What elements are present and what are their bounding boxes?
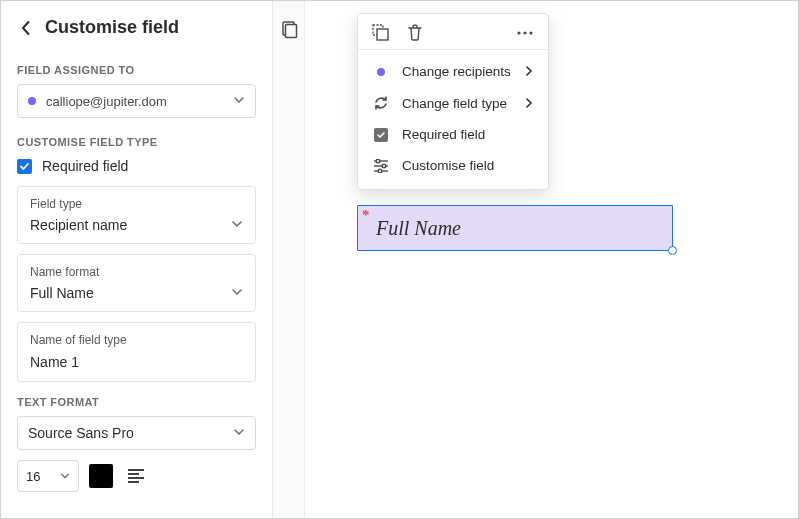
name-format-card: Name format Full Name <box>17 254 256 312</box>
customise-type-label: CUSTOMISE FIELD TYPE <box>17 136 256 148</box>
menu-label: Change recipients <box>402 64 512 79</box>
svg-point-16 <box>378 169 382 173</box>
text-format-row: 16 <box>17 460 256 492</box>
refresh-icon <box>372 95 390 111</box>
recipient-color-dot <box>28 97 36 105</box>
chevron-down-icon <box>231 217 243 233</box>
canvas-name-field[interactable]: * Full Name <box>357 205 673 251</box>
font-size-value: 16 <box>26 469 40 484</box>
field-name-input[interactable] <box>30 354 243 370</box>
app-frame: Customise field FIELD ASSIGNED TO callio… <box>0 0 799 519</box>
assignee-select[interactable]: calliope@jupiter.dom <box>17 84 256 118</box>
recipient-color-dot-icon <box>377 68 385 76</box>
pages-icon <box>280 21 298 39</box>
assigned-to-label: FIELD ASSIGNED TO <box>17 64 256 76</box>
panel-header: Customise field <box>17 17 256 38</box>
back-button[interactable] <box>17 19 35 37</box>
svg-point-12 <box>376 159 380 163</box>
chevron-down-icon <box>231 285 243 301</box>
svg-point-8 <box>517 31 520 34</box>
duplicate-icon <box>372 24 389 41</box>
sliders-icon <box>372 159 390 173</box>
resize-handle[interactable] <box>668 246 677 255</box>
svg-point-9 <box>523 31 526 34</box>
font-select[interactable]: Source Sans Pro <box>17 416 256 450</box>
field-placeholder-text: Full Name <box>376 217 461 240</box>
assignee-value: calliope@jupiter.dom <box>46 94 223 109</box>
field-type-select[interactable]: Recipient name <box>30 217 243 233</box>
required-field-label: Required field <box>42 158 128 174</box>
checkbox-checked-icon <box>17 159 32 174</box>
name-format-select[interactable]: Full Name <box>30 285 243 301</box>
field-type-card: Field type Recipient name <box>17 186 256 244</box>
chevron-down-icon <box>233 92 245 110</box>
menu-label: Change field type <box>402 96 512 111</box>
more-options-button[interactable] <box>516 30 534 36</box>
chevron-down-icon <box>60 469 70 484</box>
customise-field-panel: Customise field FIELD ASSIGNED TO callio… <box>1 1 273 518</box>
chevron-right-icon <box>524 96 534 111</box>
font-size-select[interactable]: 16 <box>17 460 79 492</box>
menu-label: Customise field <box>402 158 534 173</box>
text-align-button[interactable] <box>123 463 149 489</box>
svg-point-10 <box>529 31 532 34</box>
name-format-value: Full Name <box>30 285 94 301</box>
name-format-label: Name format <box>30 265 243 279</box>
font-color-swatch[interactable] <box>89 464 113 488</box>
chevron-right-icon <box>524 64 534 79</box>
gutter-strip <box>273 1 305 518</box>
duplicate-button[interactable] <box>372 24 389 41</box>
menu-required-field[interactable]: Required field <box>358 119 548 150</box>
text-align-left-icon <box>127 469 145 483</box>
more-icon <box>516 30 534 36</box>
trash-icon <box>407 24 423 41</box>
checkbox-checked-icon <box>374 128 388 142</box>
font-value: Source Sans Pro <box>28 425 134 441</box>
document-canvas[interactable]: Change recipients Change field type <box>305 1 798 518</box>
menu-change-field-type[interactable]: Change field type <box>358 87 548 119</box>
required-field-checkbox[interactable]: Required field <box>17 158 256 174</box>
menu-change-recipients[interactable]: Change recipients <box>358 56 548 87</box>
page-thumbnails-button[interactable] <box>280 21 298 43</box>
panel-title: Customise field <box>45 17 179 38</box>
text-format-label: TEXT FORMAT <box>17 396 256 408</box>
chevron-left-icon <box>17 19 35 37</box>
menu-label: Required field <box>402 127 534 142</box>
svg-rect-5 <box>285 25 296 38</box>
required-asterisk: * <box>362 208 370 223</box>
field-type-label: Field type <box>30 197 243 211</box>
field-context-menu: Change recipients Change field type <box>357 13 549 190</box>
svg-point-14 <box>382 164 386 168</box>
field-type-value: Recipient name <box>30 217 127 233</box>
delete-button[interactable] <box>407 24 423 41</box>
chevron-down-icon <box>233 424 245 442</box>
context-menu-toolbar <box>358 24 548 50</box>
field-name-label: Name of field type <box>30 333 243 347</box>
field-name-card: Name of field type <box>17 322 256 382</box>
svg-rect-7 <box>377 29 388 40</box>
menu-customise-field[interactable]: Customise field <box>358 150 548 181</box>
